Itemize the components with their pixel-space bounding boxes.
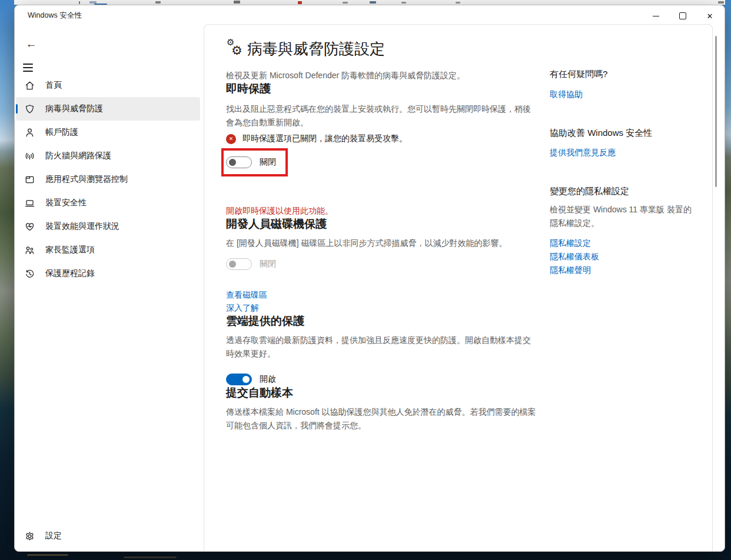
laptop-icon	[24, 197, 35, 209]
maximize-button[interactable]	[669, 5, 696, 26]
annotation-highlight-box: 關閉	[221, 148, 288, 176]
sidebar-item-protection-history[interactable]: 保護歷程記錄	[16, 262, 200, 285]
dev-drive-heading: 開發人員磁碟機保護	[226, 216, 538, 232]
sidebar-item-family-options[interactable]: 家長監護選項	[16, 238, 200, 262]
icon-fragment	[718, 1, 724, 4]
dev-drive-body: 在 [開發人員磁碟機] 磁碟區上以非同步方式掃描威脅，以減少對效能的影響。	[226, 236, 538, 250]
hamburger-icon	[23, 67, 33, 68]
sidebar-item-app-browser-control[interactable]: 應用程式與瀏覽器控制	[16, 168, 200, 191]
back-arrow-icon: ←	[26, 38, 37, 51]
page-title-row: ⚙⚙ 病毒與威脅防護設定	[226, 38, 538, 60]
privacy-settings-link[interactable]: 隱私權設定	[550, 237, 699, 249]
realtime-toggle-row: 關閉	[226, 156, 276, 168]
sidebar-item-device-performance[interactable]: 裝置效能與運作狀況	[16, 215, 200, 238]
maximize-icon	[679, 12, 686, 19]
give-feedback-link[interactable]: 提供我們意見反應	[550, 146, 699, 158]
see-volumes-link[interactable]: 查看磁碟區	[226, 289, 538, 301]
dev-drive-toggle-row: 關閉	[226, 258, 538, 270]
realtime-protection-body: 找出及阻止惡意程式碼在您的裝置上安裝或執行。您可以暫時先關閉即時保護，稍後會為您…	[226, 102, 538, 129]
auto-sample-body: 傳送樣本檔案給 Microsoft 以協助保護您與其他人免於潛在的威脅。若我們需…	[226, 405, 538, 432]
back-button[interactable]: ←	[22, 36, 41, 52]
gears-icon: ⚙⚙	[226, 38, 247, 59]
window-title: Windows 安全性	[28, 11, 82, 21]
sidebar-item-account-protection[interactable]: 帳戶防護	[16, 121, 200, 144]
realtime-toggle-state-label: 關閉	[260, 157, 276, 168]
sidebar-item-device-security[interactable]: 裝置安全性	[16, 191, 200, 215]
cloud-protection-toggle[interactable]	[226, 374, 252, 385]
realtime-protection-toggle[interactable]	[226, 156, 252, 168]
realtime-warning-row: ✕ 即時保護選項已關閉，讓您的裝置易受攻擊。	[226, 133, 538, 145]
sidebar-item-home[interactable]: 首頁	[16, 74, 200, 97]
sidebar-nav: 首頁 病毒與威脅防護 帳戶防護 防火牆與網路保護	[16, 74, 200, 285]
titlebar[interactable]: Windows 安全性 ✕	[15, 5, 725, 26]
privacy-heading: 變更您的隱私權設定	[550, 185, 699, 197]
minimize-icon	[653, 16, 659, 16]
desktop-wallpaper	[0, 0, 15, 560]
minimize-button[interactable]	[642, 5, 669, 26]
content-card: ⚙⚙ 病毒與威脅防護設定 檢視及更新 Microsoft Defender 防毒…	[204, 24, 713, 551]
sidebar-item-label: 裝置效能與運作狀況	[45, 221, 119, 232]
hamburger-icon	[23, 64, 33, 65]
history-clock-icon	[24, 268, 35, 279]
windows-security-window: Windows 安全性 ✕ ← 首頁 病毒與威脅防護	[14, 5, 725, 552]
wallpaper-reflection	[27, 554, 68, 556]
cloud-toggle-state-label: 開啟	[260, 374, 276, 385]
sidebar-item-label: 病毒與威脅防護	[45, 104, 103, 114]
toggle-knob	[229, 159, 236, 166]
sidebar-item-firewall-network[interactable]: 防火牆與網路保護	[16, 144, 200, 168]
sidebar-item-label: 防火牆與網路保護	[45, 151, 111, 161]
privacy-dashboard-link[interactable]: 隱私權儀表板	[550, 251, 699, 262]
page-title: 病毒與威脅防護設定	[247, 39, 385, 59]
auto-sample-heading: 提交自動樣本	[226, 385, 538, 401]
window-controls: ✕	[642, 5, 723, 26]
icon-fragment	[370, 1, 376, 4]
privacy-statement-link[interactable]: 隱私權聲明	[550, 264, 699, 276]
icon-fragment	[79, 1, 80, 4]
question-heading: 有任何疑問嗎?	[550, 68, 699, 80]
app-window-icon	[24, 174, 35, 185]
main-column: ⚙⚙ 病毒與威脅防護設定 檢視及更新 Microsoft Defender 防毒…	[226, 25, 538, 432]
learn-more-link[interactable]: 深入了解	[226, 302, 538, 314]
enable-realtime-notice: 開啟即時保護以使用此功能。	[226, 206, 538, 216]
icon-fragment	[456, 2, 460, 4]
get-help-link[interactable]: 取得協助	[550, 88, 699, 100]
hamburger-menu-button[interactable]	[23, 61, 39, 75]
gear-icon	[24, 530, 35, 542]
dev-drive-toggle-state-label: 關閉	[260, 259, 276, 269]
family-icon	[24, 244, 35, 256]
wallpaper-reflection	[124, 556, 177, 558]
icon-fragment	[401, 2, 406, 4]
privacy-body: 檢視並變更 Windows 11 專業版 裝置的隱私權設定。	[550, 203, 699, 230]
sidebar: ← 首頁 病毒與威脅防護 帳戶防護	[15, 26, 204, 551]
icon-fragment	[343, 2, 348, 4]
hamburger-icon	[23, 71, 33, 72]
sidebar-item-label: 裝置安全性	[45, 198, 87, 208]
sidebar-item-label: 保護歷程記錄	[45, 268, 95, 279]
close-button[interactable]: ✕	[696, 5, 723, 26]
home-icon	[24, 79, 35, 91]
error-icon: ✕	[226, 134, 236, 144]
sidebar-item-settings[interactable]: 設定	[16, 524, 200, 548]
sidebar-item-label: 設定	[45, 531, 62, 541]
icon-fragment	[155, 1, 161, 4]
icon-fragment	[234, 1, 240, 4]
dev-drive-protection-toggle	[226, 258, 252, 270]
network-signal-icon	[24, 150, 35, 162]
improve-heading: 協助改善 Windows 安全性	[550, 127, 699, 139]
sidebar-item-virus-threat-protection[interactable]: 病毒與威脅防護	[16, 97, 200, 121]
close-icon: ✕	[707, 12, 713, 20]
aside-column: 有任何疑問嗎? 取得協助 協助改善 Windows 安全性 提供我們意見反應 變…	[550, 25, 699, 276]
sidebar-item-label: 帳戶防護	[45, 127, 78, 138]
cloud-toggle-row: 開啟	[226, 374, 538, 385]
cloud-protection-body: 透過存取雲端的最新防護資料，提供加強且反應速度更快的防護。開啟自動樣本提交時效果…	[226, 334, 538, 361]
person-icon	[24, 126, 35, 138]
shield-icon	[24, 103, 35, 115]
background-window-strip	[14, 0, 725, 5]
heart-pulse-icon	[24, 221, 35, 232]
toggle-knob	[242, 376, 250, 383]
realtime-warning-text: 即時保護選項已關閉，讓您的裝置易受攻擊。	[242, 134, 407, 144]
scrollbar-thumb[interactable]	[715, 36, 717, 187]
sidebar-item-label: 家長監護選項	[45, 245, 95, 255]
cloud-protection-heading: 雲端提供的保護	[226, 314, 538, 329]
sidebar-item-label: 應用程式與瀏覽器控制	[45, 174, 128, 185]
